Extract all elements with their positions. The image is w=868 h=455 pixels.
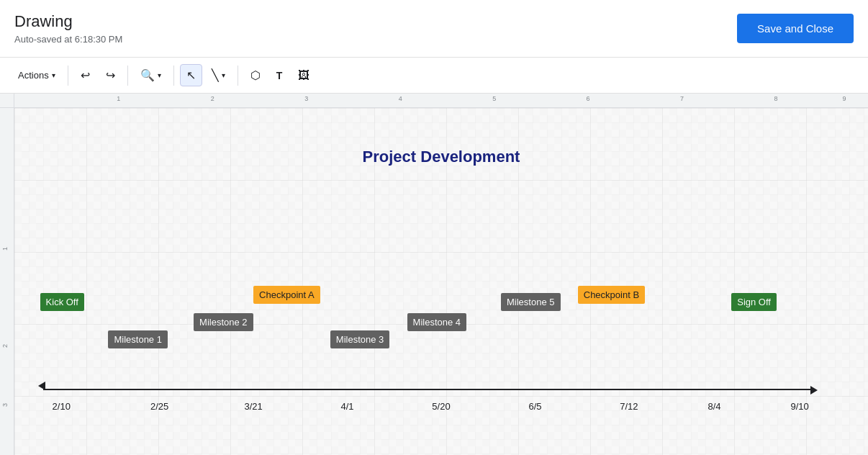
undo-button[interactable]: ↩ [74,64,96,86]
ruler-mark-7: 7 [680,95,684,102]
drawing-canvas[interactable]: Project Development 2/10 2/25 3/21 4/1 5… [14,108,868,455]
left-ruler-mark-2: 2 [1,344,9,348]
box-milestone-2: Milestone 2 [194,313,253,331]
autosave-status: Auto-saved at 6:18:30 PM [14,34,122,45]
ruler-mark-3: 3 [304,95,308,102]
zoom-chevron-icon: ▾ [158,71,161,79]
zoom-icon: 🔍 [140,68,155,82]
date-label-4: 4/1 [340,401,353,412]
text-tool-icon: T [276,70,283,81]
date-label-1: 2/10 [53,401,71,412]
canvas-area: 1 2 3 Project Development 2/10 2/25 3/21… [0,108,868,455]
left-ruler-mark-3: 3 [1,403,9,407]
save-close-button[interactable]: Save and Close [737,14,854,43]
diagram-content: Project Development 2/10 2/25 3/21 4/1 5… [14,108,868,455]
timeline-arrow-right [810,386,818,395]
ruler-marks: 1 2 3 4 5 6 7 8 9 [14,94,868,107]
select-cursor-icon: ↖ [186,68,196,82]
box-kickoff: Kick Off [40,293,84,311]
zoom-button[interactable]: 🔍 ▾ [134,64,168,86]
ruler-mark-4: 4 [399,95,402,102]
ruler-mark-2: 2 [211,95,214,102]
image-tool-icon: 🖼 [298,69,309,82]
undo-icon: ↩ [81,68,90,82]
ruler-mark-9: 9 [842,95,846,102]
header: Drawing Auto-saved at 6:18:30 PM Save an… [0,0,868,58]
box-checkpoint-b: Checkpoint B [578,286,645,304]
box-milestone-1: Milestone 1 [108,330,167,348]
box-milestone-5: Milestone 5 [501,293,560,311]
left-ruler-mark-1: 1 [1,247,9,251]
text-tool-button[interactable]: T [270,66,289,86]
actions-chevron-icon: ▾ [52,71,55,79]
app-title: Drawing [14,12,122,31]
ruler-row: 1 2 3 4 5 6 7 8 9 [0,94,868,108]
ruler-corner [0,94,14,108]
box-milestone-3: Milestone 3 [330,330,389,348]
image-tool-button[interactable]: 🖼 [291,65,316,86]
actions-menu-button[interactable]: Actions ▾ [12,66,62,85]
redo-button[interactable]: ↪ [99,64,122,86]
toolbar: Actions ▾ ↩ ↪ 🔍 ▾ ↖ ╲ ▾ ⬡ T 🖼 [0,58,868,94]
shape-tool-button[interactable]: ⬡ [244,64,267,86]
toolbar-divider-1 [68,66,68,86]
line-tool-button[interactable]: ╲ ▾ [205,64,232,86]
redo-icon: ↪ [106,68,115,82]
date-label-3: 3/21 [244,401,262,412]
timeline-arrow-left [38,382,45,390]
date-label-5: 5/20 [432,401,450,412]
vertical-ruler: 1 2 3 [0,108,14,455]
date-label-7: 7/12 [620,401,638,412]
horizontal-ruler: 1 2 3 4 5 6 7 8 9 [14,94,868,108]
box-milestone-4: Milestone 4 [407,313,466,331]
select-tool-button[interactable]: ↖ [180,64,202,86]
toolbar-divider-2 [127,66,128,86]
date-label-8: 8/4 [707,401,720,412]
actions-label: Actions [18,70,49,81]
toolbar-divider-3 [173,66,174,86]
diagram-title: Project Development [363,148,520,166]
toolbar-divider-4 [238,66,238,86]
line-tool-icon: ╲ [212,68,219,82]
header-left: Drawing Auto-saved at 6:18:30 PM [14,12,122,45]
date-label-9: 9/10 [790,401,808,412]
ruler-mark-1: 1 [117,95,120,102]
ruler-mark-8: 8 [774,95,778,102]
date-label-6: 6/5 [528,401,541,412]
timeline-line [43,389,810,390]
box-checkpoint-a: Checkpoint A [253,286,320,304]
shape-tool-icon: ⬡ [250,68,261,82]
ruler-mark-5: 5 [492,95,496,102]
ruler-mark-6: 6 [587,95,590,102]
box-signoff: Sign Off [731,293,777,311]
canvas-container: 1 2 3 4 5 6 7 8 9 1 2 3 Project Developm… [0,94,868,455]
line-chevron-icon: ▾ [222,71,225,79]
date-label-2: 2/25 [150,401,168,412]
